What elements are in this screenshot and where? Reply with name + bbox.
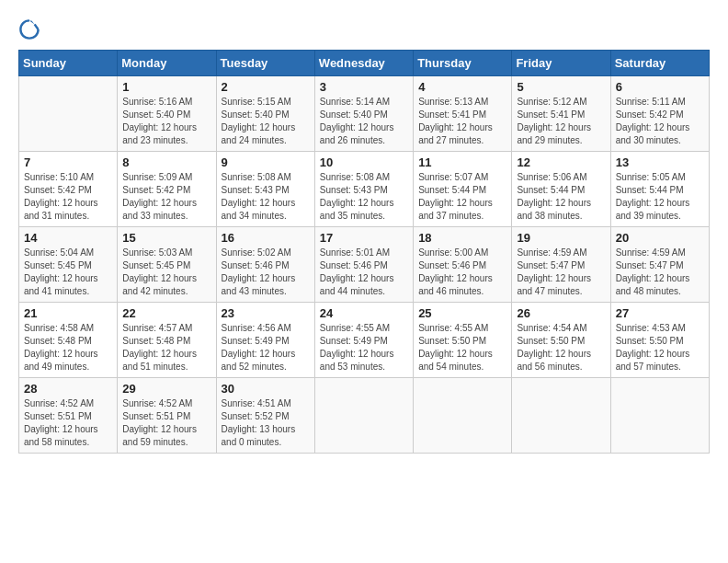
calendar-week-3: 14Sunrise: 5:04 AMSunset: 5:45 PMDayligh… [19, 227, 710, 303]
calendar-cell: 18Sunrise: 5:00 AMSunset: 5:46 PMDayligh… [414, 227, 512, 303]
calendar-table: SundayMondayTuesdayWednesdayThursdayFrid… [18, 50, 710, 454]
day-number: 4 [418, 80, 506, 94]
calendar-cell: 7Sunrise: 5:10 AMSunset: 5:42 PMDaylight… [19, 152, 118, 227]
day-number: 5 [517, 80, 605, 94]
calendar-cell: 5Sunrise: 5:12 AMSunset: 5:41 PMDaylight… [512, 76, 610, 152]
calendar-cell [512, 378, 610, 454]
day-number: 15 [122, 231, 210, 245]
day-info: Sunrise: 5:01 AMSunset: 5:46 PMDaylight:… [320, 247, 408, 298]
day-header-sunday: Sunday [19, 51, 118, 76]
calendar-cell: 19Sunrise: 4:59 AMSunset: 5:47 PMDayligh… [512, 227, 610, 303]
day-number: 8 [122, 155, 210, 169]
day-header-thursday: Thursday [414, 51, 512, 76]
day-number: 30 [222, 382, 310, 396]
day-number: 27 [616, 306, 704, 320]
day-number: 20 [616, 231, 704, 245]
calendar-cell: 11Sunrise: 5:07 AMSunset: 5:44 PMDayligh… [414, 152, 512, 227]
day-info: Sunrise: 5:09 AMSunset: 5:42 PMDaylight:… [122, 171, 210, 223]
calendar-cell: 24Sunrise: 4:55 AMSunset: 5:49 PMDayligh… [314, 303, 413, 378]
day-number: 12 [517, 155, 605, 169]
calendar-cell: 4Sunrise: 5:13 AMSunset: 5:41 PMDaylight… [414, 76, 512, 152]
calendar-week-4: 21Sunrise: 4:58 AMSunset: 5:48 PMDayligh… [19, 303, 710, 378]
calendar-cell: 10Sunrise: 5:08 AMSunset: 5:43 PMDayligh… [314, 152, 413, 227]
day-number: 9 [222, 155, 310, 169]
day-number: 16 [222, 231, 310, 245]
day-number: 10 [320, 155, 408, 169]
calendar-cell: 22Sunrise: 4:57 AMSunset: 5:48 PMDayligh… [118, 303, 216, 378]
calendar-cell: 26Sunrise: 4:54 AMSunset: 5:50 PMDayligh… [512, 303, 610, 378]
logo-icon [18, 18, 40, 40]
calendar-cell [314, 378, 413, 454]
calendar-cell [19, 76, 118, 152]
day-info: Sunrise: 4:51 AMSunset: 5:52 PMDaylight:… [222, 397, 310, 449]
day-number: 2 [222, 80, 310, 94]
day-number: 29 [122, 382, 210, 396]
calendar-cell: 30Sunrise: 4:51 AMSunset: 5:52 PMDayligh… [216, 378, 314, 454]
day-info: Sunrise: 4:53 AMSunset: 5:50 PMDaylight:… [616, 322, 704, 373]
day-number: 28 [24, 382, 112, 396]
day-number: 18 [418, 231, 506, 245]
calendar-cell: 17Sunrise: 5:01 AMSunset: 5:46 PMDayligh… [314, 227, 413, 303]
day-info: Sunrise: 5:02 AMSunset: 5:46 PMDaylight:… [222, 247, 310, 298]
day-number: 19 [517, 231, 605, 245]
calendar-cell: 23Sunrise: 4:56 AMSunset: 5:49 PMDayligh… [216, 303, 314, 378]
day-info: Sunrise: 4:55 AMSunset: 5:50 PMDaylight:… [418, 322, 506, 373]
day-info: Sunrise: 5:14 AMSunset: 5:40 PMDaylight:… [320, 96, 408, 147]
day-info: Sunrise: 5:16 AMSunset: 5:40 PMDaylight:… [122, 96, 210, 147]
day-header-monday: Monday [118, 51, 216, 76]
day-info: Sunrise: 5:08 AMSunset: 5:43 PMDaylight:… [320, 171, 408, 223]
calendar-cell: 14Sunrise: 5:04 AMSunset: 5:45 PMDayligh… [19, 227, 118, 303]
calendar-cell: 12Sunrise: 5:06 AMSunset: 5:44 PMDayligh… [512, 152, 610, 227]
logo [18, 18, 44, 40]
calendar-cell: 16Sunrise: 5:02 AMSunset: 5:46 PMDayligh… [216, 227, 314, 303]
day-info: Sunrise: 5:06 AMSunset: 5:44 PMDaylight:… [517, 171, 605, 223]
day-info: Sunrise: 5:04 AMSunset: 5:45 PMDaylight:… [24, 247, 112, 298]
calendar-cell: 13Sunrise: 5:05 AMSunset: 5:44 PMDayligh… [610, 152, 709, 227]
day-info: Sunrise: 4:59 AMSunset: 5:47 PMDaylight:… [616, 247, 704, 298]
day-info: Sunrise: 5:03 AMSunset: 5:45 PMDaylight:… [122, 247, 210, 298]
day-header-wednesday: Wednesday [314, 51, 413, 76]
calendar-cell: 8Sunrise: 5:09 AMSunset: 5:42 PMDaylight… [118, 152, 216, 227]
calendar-week-5: 28Sunrise: 4:52 AMSunset: 5:51 PMDayligh… [19, 378, 710, 454]
calendar-header: SundayMondayTuesdayWednesdayThursdayFrid… [19, 51, 710, 76]
day-number: 22 [122, 306, 210, 320]
calendar-cell: 6Sunrise: 5:11 AMSunset: 5:42 PMDaylight… [610, 76, 709, 152]
day-info: Sunrise: 4:55 AMSunset: 5:49 PMDaylight:… [320, 322, 408, 373]
day-number: 3 [320, 80, 408, 94]
calendar-cell: 1Sunrise: 5:16 AMSunset: 5:40 PMDaylight… [118, 76, 216, 152]
calendar-cell: 29Sunrise: 4:52 AMSunset: 5:51 PMDayligh… [118, 378, 216, 454]
day-number: 26 [517, 306, 605, 320]
calendar-cell: 9Sunrise: 5:08 AMSunset: 5:43 PMDaylight… [216, 152, 314, 227]
day-info: Sunrise: 5:15 AMSunset: 5:40 PMDaylight:… [222, 96, 310, 147]
day-info: Sunrise: 5:11 AMSunset: 5:42 PMDaylight:… [616, 96, 704, 147]
day-header-tuesday: Tuesday [216, 51, 314, 76]
day-header-friday: Friday [512, 51, 610, 76]
day-info: Sunrise: 4:52 AMSunset: 5:51 PMDaylight:… [122, 397, 210, 449]
calendar-cell: 2Sunrise: 5:15 AMSunset: 5:40 PMDaylight… [216, 76, 314, 152]
day-info: Sunrise: 5:13 AMSunset: 5:41 PMDaylight:… [418, 96, 506, 147]
day-info: Sunrise: 5:10 AMSunset: 5:42 PMDaylight:… [24, 171, 112, 223]
day-number: 6 [616, 80, 704, 94]
day-header-row: SundayMondayTuesdayWednesdayThursdayFrid… [19, 51, 710, 76]
day-number: 7 [24, 155, 112, 169]
day-info: Sunrise: 4:57 AMSunset: 5:48 PMDaylight:… [122, 322, 210, 373]
calendar-cell: 21Sunrise: 4:58 AMSunset: 5:48 PMDayligh… [19, 303, 118, 378]
day-number: 24 [320, 306, 408, 320]
calendar-cell: 25Sunrise: 4:55 AMSunset: 5:50 PMDayligh… [414, 303, 512, 378]
day-number: 23 [222, 306, 310, 320]
day-number: 17 [320, 231, 408, 245]
calendar-body: 1Sunrise: 5:16 AMSunset: 5:40 PMDaylight… [19, 76, 710, 454]
calendar-cell: 20Sunrise: 4:59 AMSunset: 5:47 PMDayligh… [610, 227, 709, 303]
day-info: Sunrise: 4:59 AMSunset: 5:47 PMDaylight:… [517, 247, 605, 298]
day-number: 1 [122, 80, 210, 94]
day-info: Sunrise: 4:54 AMSunset: 5:50 PMDaylight:… [517, 322, 605, 373]
day-header-saturday: Saturday [610, 51, 709, 76]
day-number: 21 [24, 306, 112, 320]
calendar-cell [414, 378, 512, 454]
day-info: Sunrise: 4:52 AMSunset: 5:51 PMDaylight:… [24, 397, 112, 449]
day-number: 13 [616, 155, 704, 169]
day-info: Sunrise: 4:56 AMSunset: 5:49 PMDaylight:… [222, 322, 310, 373]
day-number: 11 [418, 155, 506, 169]
calendar-cell: 27Sunrise: 4:53 AMSunset: 5:50 PMDayligh… [610, 303, 709, 378]
day-info: Sunrise: 5:05 AMSunset: 5:44 PMDaylight:… [616, 171, 704, 223]
